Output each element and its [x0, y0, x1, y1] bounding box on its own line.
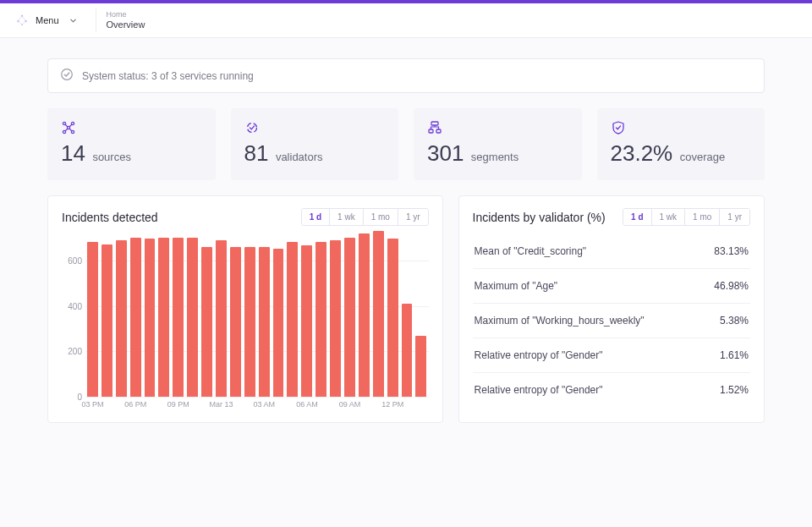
svg-rect-11 — [431, 122, 438, 125]
range-button-1d[interactable]: 1 d — [302, 209, 329, 225]
chart-bar — [373, 231, 384, 397]
stat-value: 14 — [61, 140, 85, 167]
range-button-1yr[interactable]: 1 yr — [719, 209, 749, 225]
stat-card-segments[interactable]: 301 segments — [414, 108, 582, 180]
validator-percent: 1.61% — [720, 349, 749, 361]
time-range-selector: 1 d1 wk1 mo1 yr — [623, 208, 750, 226]
chart-y-tick: 600 — [68, 255, 82, 265]
chart-bar — [102, 244, 112, 397]
stat-value: 301 — [427, 140, 464, 167]
stat-label: coverage — [680, 151, 725, 163]
chart-plot-area: 03 PM06 PM09 PMMar 1303 AM06 AM09 AM12 P… — [85, 234, 429, 412]
chart-x-tick: 06 AM — [296, 400, 318, 409]
chart-bar — [415, 336, 426, 398]
chart-bar — [87, 242, 98, 397]
chart-bar — [287, 242, 298, 397]
stat-card-sources[interactable]: 14 sources — [47, 108, 216, 180]
stat-card-coverage[interactable]: 23.2% coverage — [597, 108, 765, 180]
panels-row: Incidents detected 1 d1 wk1 mo1 yr 02004… — [47, 195, 765, 423]
validator-row[interactable]: Maximum of "Age"46.98% — [473, 269, 750, 304]
chart-x-tick: 06 PM — [124, 400, 146, 409]
stat-label: sources — [92, 151, 131, 163]
chart-bar — [315, 242, 326, 397]
svg-rect-13 — [436, 129, 441, 133]
chevron-down-icon — [69, 13, 77, 28]
sources-icon — [61, 120, 202, 135]
menu-dropdown[interactable]: Menu — [7, 3, 85, 37]
svg-point-4 — [62, 69, 73, 80]
validator-percent: 83.13% — [714, 245, 749, 257]
stat-cards-row: 14 sources 81 validators — [47, 108, 765, 180]
chart-bar — [145, 239, 156, 397]
chart-bar — [201, 247, 212, 397]
stat-label: validators — [276, 151, 323, 163]
chart-bar — [330, 240, 341, 397]
range-button-1mo[interactable]: 1 mo — [363, 209, 398, 225]
chart-x-tick: Mar 13 — [210, 400, 233, 409]
breadcrumb[interactable]: Home Overview — [107, 11, 145, 30]
chart-bar — [402, 304, 413, 397]
stat-label: segments — [471, 151, 518, 163]
check-circle-icon — [60, 68, 74, 84]
panel-title: Incidents detected — [62, 211, 158, 224]
incidents-bar-chart: 0200400600 03 PM06 PM09 PMMar 1303 AM06 … — [62, 234, 429, 412]
incidents-by-validator-panel: Incidents by validator (%) 1 d1 wk1 mo1 … — [458, 195, 765, 423]
page-content: System status: 3 of 3 services running 1… — [0, 38, 812, 443]
chart-bar — [130, 238, 141, 397]
validator-row[interactable]: Relative entropy of "Gender"1.61% — [473, 338, 750, 373]
chart-bar — [359, 233, 370, 397]
panel-header: Incidents by validator (%) 1 d1 wk1 mo1 … — [473, 208, 750, 226]
validator-row[interactable]: Mean of "Credit_scoring"83.13% — [473, 234, 750, 269]
validator-percent: 1.52% — [720, 384, 749, 396]
chart-y-tick: 200 — [68, 347, 82, 356]
chart-x-tick: 03 AM — [253, 400, 275, 409]
incidents-detected-panel: Incidents detected 1 d1 wk1 mo1 yr 02004… — [47, 195, 443, 423]
chart-x-axis: 03 PM06 PM09 PMMar 1303 AM06 AM09 AM12 P… — [85, 398, 429, 412]
validator-name: Relative entropy of "Gender" — [475, 384, 603, 396]
chart-bar — [187, 238, 198, 397]
chart-y-tick: 400 — [68, 301, 82, 310]
menu-label: Menu — [36, 15, 59, 25]
chart-bar — [344, 238, 355, 397]
chart-y-axis: 0200400600 — [62, 234, 85, 412]
svg-rect-12 — [429, 129, 433, 133]
breadcrumb-parent: Home — [107, 11, 145, 19]
chart-bar — [173, 238, 184, 397]
panel-title: Incidents by validator (%) — [473, 211, 606, 224]
validator-list: Mean of "Credit_scoring"83.13%Maximum of… — [473, 234, 750, 407]
validator-name: Relative entropy of "Gender" — [475, 349, 603, 361]
range-button-1d[interactable]: 1 d — [623, 209, 650, 225]
panel-header: Incidents detected 1 d1 wk1 mo1 yr — [62, 208, 429, 226]
validator-percent: 5.38% — [720, 315, 749, 327]
chart-x-tick: 09 AM — [339, 400, 361, 409]
validator-percent: 46.98% — [714, 280, 749, 292]
validator-name: Maximum of "Working_hours_weekly" — [475, 315, 645, 327]
chart-bars — [85, 238, 429, 397]
range-button-1wk[interactable]: 1 wk — [329, 209, 363, 225]
range-button-1yr[interactable]: 1 yr — [398, 209, 428, 225]
chart-bar — [230, 247, 241, 397]
system-status-banner: System status: 3 of 3 services running — [47, 58, 765, 93]
chart-x-tick: 12 PM — [381, 400, 403, 409]
topbar-divider — [96, 8, 96, 32]
stat-card-validators[interactable]: 81 validators — [231, 108, 399, 180]
chart-bar — [244, 247, 255, 397]
validator-row[interactable]: Maximum of "Working_hours_weekly"5.38% — [473, 304, 750, 338]
range-button-1mo[interactable]: 1 mo — [684, 209, 719, 225]
segments-icon — [427, 120, 568, 135]
chart-x-tick: 09 PM — [167, 400, 189, 409]
top-bar: Menu Home Overview — [0, 3, 812, 38]
chart-gridline — [85, 397, 429, 398]
chart-bar — [273, 249, 284, 397]
breadcrumb-current: Overview — [107, 19, 145, 30]
range-button-1wk[interactable]: 1 wk — [651, 209, 685, 225]
stat-value: 81 — [244, 140, 269, 167]
stat-value: 23.2% — [611, 140, 673, 167]
validator-row[interactable]: Relative entropy of "Gender"1.52% — [473, 373, 750, 407]
chart-bar — [116, 240, 127, 397]
coverage-icon — [611, 120, 752, 135]
chart-bar — [216, 240, 227, 397]
validator-name: Maximum of "Age" — [475, 280, 558, 292]
chart-bar — [387, 239, 398, 397]
validators-icon — [244, 120, 386, 135]
